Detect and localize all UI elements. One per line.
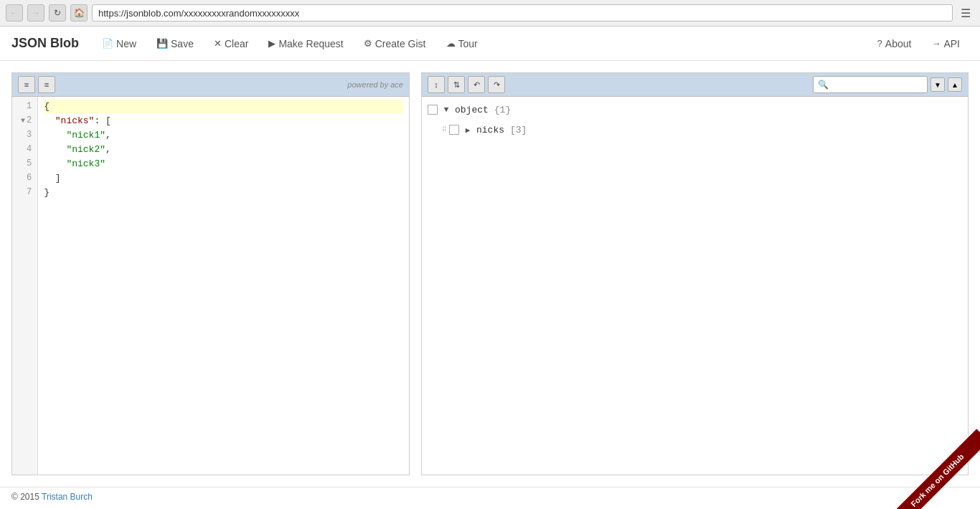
main-content: ≡ ≡ powered by ace 1 ▼ 2 3 [0, 61, 980, 487]
address-bar[interactable] [92, 4, 953, 22]
tree-type-nicks: [3] [510, 125, 527, 135]
editor-btn-1[interactable]: ≡ [18, 76, 35, 93]
navbar-right: ? About → API [869, 34, 969, 54]
line-num-4: 4 [18, 143, 32, 157]
browser-chrome: ← → ↻ 🏠 ☰ [0, 0, 980, 27]
line-numbers: 1 ▼ 2 3 4 5 [12, 97, 38, 475]
nav-about-label: About [885, 38, 912, 49]
tree-expand-btn[interactable]: ⇅ [448, 76, 465, 93]
search-down-btn[interactable]: ▼ [930, 77, 945, 92]
powered-by-label: powered by ace [347, 80, 403, 89]
code-line-5: "nick3" [44, 157, 403, 171]
nav-api-label: API [943, 38, 960, 49]
nav-new-label: New [116, 38, 136, 49]
tree-expand-object[interactable]: ▼ [440, 104, 452, 115]
forward-button[interactable]: → [27, 4, 44, 22]
tree-collapse-btn[interactable]: ↕ [428, 76, 445, 93]
nav-save[interactable]: 💾 Save [148, 34, 202, 54]
api-icon: → [931, 38, 941, 49]
home-button[interactable]: 🏠 [70, 4, 88, 22]
save-icon: 💾 [156, 38, 168, 49]
code-line-2: "nicks": [ [44, 114, 403, 128]
nav-clear-label: Clear [225, 38, 248, 49]
navbar-links: 📄 New 💾 Save ✕ Clear ▶ Make Request ⚙ Cr… [93, 34, 869, 54]
tree-toolbar-right: ▼ ▲ [813, 76, 962, 93]
tree-row-nicks[interactable]: ⠿ ▶ nicks [3] [422, 120, 968, 140]
code-line-3: "nick1", [44, 128, 403, 143]
create-gist-icon: ⚙ [364, 38, 372, 49]
line-num-5: 5 [18, 157, 32, 171]
code-line-1: { [44, 100, 403, 114]
tour-icon: ☁ [446, 38, 456, 49]
about-icon: ? [877, 38, 882, 49]
back-button[interactable]: ← [6, 4, 23, 22]
tree-toolbar: ↕ ⇅ ↶ ↷ ▼ ▲ [422, 73, 968, 97]
code-line-6: ] [44, 171, 403, 186]
tree-redo-btn[interactable]: ↷ [488, 76, 505, 93]
new-icon: 📄 [102, 38, 113, 49]
nav-make-request-label: Make Request [278, 38, 343, 49]
tree-expand-nicks[interactable]: ▶ [462, 124, 473, 135]
nav-create-gist[interactable]: ⚙ Create Gist [355, 34, 435, 54]
line-num-3: 3 [18, 128, 32, 143]
line-num-1: 1 [18, 100, 32, 114]
nav-save-label: Save [171, 38, 194, 49]
nav-about[interactable]: ? About [869, 34, 920, 54]
tree-body: ▼ object {1} ⠿ ▶ nicks [3] [422, 97, 968, 475]
nav-new[interactable]: 📄 New [93, 34, 145, 54]
tree-undo-btn[interactable]: ↶ [468, 76, 485, 93]
clear-icon: ✕ [214, 38, 222, 49]
footer-author-link[interactable]: Tristan Burch [42, 492, 93, 502]
brand-logo: JSON Blob [11, 36, 79, 51]
tree-panel: ↕ ⇅ ↶ ↷ ▼ ▲ ▼ object {1} ⠿ [421, 72, 969, 475]
reload-button[interactable]: ↻ [49, 4, 66, 22]
code-line-7: } [44, 186, 403, 200]
nav-tour[interactable]: ☁ Tour [438, 34, 486, 54]
nav-tour-label: Tour [458, 38, 478, 49]
line-num-2: ▼ 2 [18, 114, 32, 128]
nav-clear[interactable]: ✕ Clear [205, 34, 257, 54]
line-num-7: 7 [18, 186, 32, 200]
nav-make-request[interactable]: ▶ Make Request [260, 34, 352, 54]
tree-drag-handle-nicks[interactable]: ⠿ [442, 126, 446, 134]
code-line-4: "nick2", [44, 143, 403, 157]
tree-checkbox-nicks[interactable] [449, 125, 459, 135]
editor-body[interactable]: 1 ▼ 2 3 4 5 [12, 97, 409, 475]
editor-btn-2[interactable]: ≡ [38, 76, 55, 93]
browser-menu-button[interactable]: ☰ [957, 4, 974, 22]
tree-type-object: {1} [494, 105, 511, 115]
tree-label-nicks: nicks [476, 125, 504, 135]
nav-api[interactable]: → API [923, 34, 969, 54]
nav-create-gist-label: Create Gist [375, 38, 426, 49]
make-request-icon: ▶ [268, 38, 275, 49]
line-num-6: 6 [18, 171, 32, 186]
search-up-btn[interactable]: ▲ [948, 77, 962, 92]
fold-2: ▼ [18, 115, 25, 127]
tree-label-object: object [455, 105, 489, 115]
code-area[interactable]: { "nicks": [ "nick1", "nick2", "nick3" ]… [38, 97, 409, 475]
editor-toolbar: ≡ ≡ powered by ace [12, 73, 409, 97]
editor-panel: ≡ ≡ powered by ace 1 ▼ 2 3 [11, 72, 410, 475]
navbar: JSON Blob 📄 New 💾 Save ✕ Clear ▶ Make Re… [0, 27, 980, 61]
editor-toolbar-left: ≡ ≡ [18, 76, 55, 93]
tree-checkbox-object[interactable] [428, 105, 438, 115]
footer-copyright: © 2015 [11, 492, 39, 502]
tree-search-input[interactable] [813, 76, 928, 93]
footer: © 2015 Tristan Burch [0, 487, 980, 506]
tree-row-object[interactable]: ▼ object {1} [422, 100, 968, 120]
